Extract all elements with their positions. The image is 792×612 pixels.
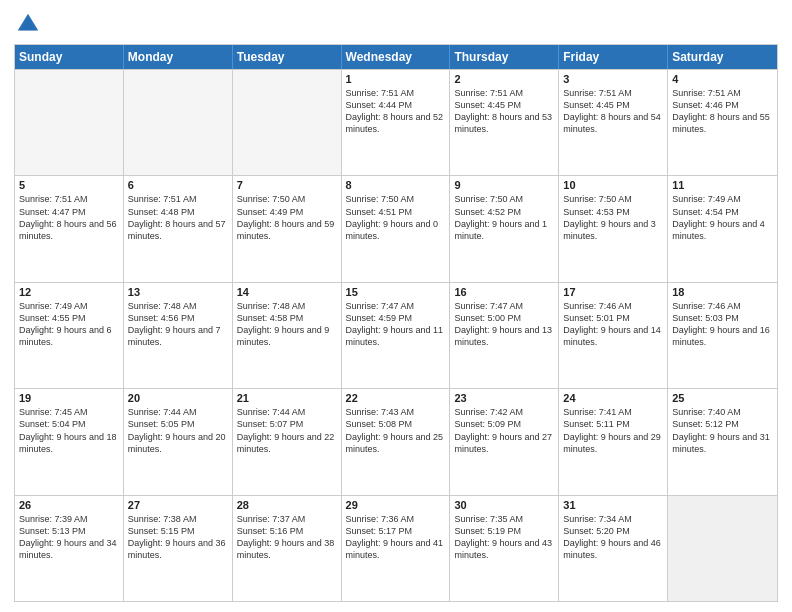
cell-content: Sunrise: 7:43 AMSunset: 5:08 PMDaylight:…: [346, 406, 446, 455]
calendar-cell-2-1: 13Sunrise: 7:48 AMSunset: 4:56 PMDayligh…: [124, 283, 233, 388]
calendar-cell-3-6: 25Sunrise: 7:40 AMSunset: 5:12 PMDayligh…: [668, 389, 777, 494]
cell-content: Sunrise: 7:51 AMSunset: 4:45 PMDaylight:…: [454, 87, 554, 136]
calendar-header: SundayMondayTuesdayWednesdayThursdayFrid…: [15, 45, 777, 69]
calendar-cell-4-3: 29Sunrise: 7:36 AMSunset: 5:17 PMDayligh…: [342, 496, 451, 601]
cell-content: Sunrise: 7:51 AMSunset: 4:47 PMDaylight:…: [19, 193, 119, 242]
day-number: 25: [672, 392, 773, 404]
day-number: 5: [19, 179, 119, 191]
calendar-cell-2-0: 12Sunrise: 7:49 AMSunset: 4:55 PMDayligh…: [15, 283, 124, 388]
calendar-cell-0-2: [233, 70, 342, 175]
header-day-friday: Friday: [559, 45, 668, 69]
cell-content: Sunrise: 7:49 AMSunset: 4:54 PMDaylight:…: [672, 193, 773, 242]
calendar-cell-2-2: 14Sunrise: 7:48 AMSunset: 4:58 PMDayligh…: [233, 283, 342, 388]
cell-content: Sunrise: 7:51 AMSunset: 4:45 PMDaylight:…: [563, 87, 663, 136]
day-number: 19: [19, 392, 119, 404]
calendar-cell-1-0: 5Sunrise: 7:51 AMSunset: 4:47 PMDaylight…: [15, 176, 124, 281]
cell-content: Sunrise: 7:34 AMSunset: 5:20 PMDaylight:…: [563, 513, 663, 562]
header: [14, 10, 778, 38]
day-number: 9: [454, 179, 554, 191]
day-number: 2: [454, 73, 554, 85]
calendar-cell-3-3: 22Sunrise: 7:43 AMSunset: 5:08 PMDayligh…: [342, 389, 451, 494]
cell-content: Sunrise: 7:51 AMSunset: 4:48 PMDaylight:…: [128, 193, 228, 242]
day-number: 29: [346, 499, 446, 511]
calendar-cell-3-5: 24Sunrise: 7:41 AMSunset: 5:11 PMDayligh…: [559, 389, 668, 494]
cell-content: Sunrise: 7:49 AMSunset: 4:55 PMDaylight:…: [19, 300, 119, 349]
day-number: 11: [672, 179, 773, 191]
day-number: 18: [672, 286, 773, 298]
calendar-row-4: 26Sunrise: 7:39 AMSunset: 5:13 PMDayligh…: [15, 495, 777, 601]
day-number: 1: [346, 73, 446, 85]
page: SundayMondayTuesdayWednesdayThursdayFrid…: [0, 0, 792, 612]
calendar-cell-4-4: 30Sunrise: 7:35 AMSunset: 5:19 PMDayligh…: [450, 496, 559, 601]
calendar-cell-1-6: 11Sunrise: 7:49 AMSunset: 4:54 PMDayligh…: [668, 176, 777, 281]
calendar-cell-3-1: 20Sunrise: 7:44 AMSunset: 5:05 PMDayligh…: [124, 389, 233, 494]
cell-content: Sunrise: 7:35 AMSunset: 5:19 PMDaylight:…: [454, 513, 554, 562]
calendar-row-0: 1Sunrise: 7:51 AMSunset: 4:44 PMDaylight…: [15, 69, 777, 175]
calendar-cell-0-4: 2Sunrise: 7:51 AMSunset: 4:45 PMDaylight…: [450, 70, 559, 175]
cell-content: Sunrise: 7:50 AMSunset: 4:51 PMDaylight:…: [346, 193, 446, 242]
header-day-monday: Monday: [124, 45, 233, 69]
day-number: 15: [346, 286, 446, 298]
calendar-cell-0-0: [15, 70, 124, 175]
calendar-cell-2-3: 15Sunrise: 7:47 AMSunset: 4:59 PMDayligh…: [342, 283, 451, 388]
day-number: 23: [454, 392, 554, 404]
cell-content: Sunrise: 7:44 AMSunset: 5:07 PMDaylight:…: [237, 406, 337, 455]
calendar-cell-1-1: 6Sunrise: 7:51 AMSunset: 4:48 PMDaylight…: [124, 176, 233, 281]
cell-content: Sunrise: 7:48 AMSunset: 4:58 PMDaylight:…: [237, 300, 337, 349]
day-number: 21: [237, 392, 337, 404]
cell-content: Sunrise: 7:39 AMSunset: 5:13 PMDaylight:…: [19, 513, 119, 562]
logo: [14, 10, 46, 38]
day-number: 12: [19, 286, 119, 298]
cell-content: Sunrise: 7:46 AMSunset: 5:03 PMDaylight:…: [672, 300, 773, 349]
day-number: 31: [563, 499, 663, 511]
header-day-thursday: Thursday: [450, 45, 559, 69]
calendar: SundayMondayTuesdayWednesdayThursdayFrid…: [14, 44, 778, 602]
calendar-row-3: 19Sunrise: 7:45 AMSunset: 5:04 PMDayligh…: [15, 388, 777, 494]
calendar-cell-4-5: 31Sunrise: 7:34 AMSunset: 5:20 PMDayligh…: [559, 496, 668, 601]
calendar-cell-1-2: 7Sunrise: 7:50 AMSunset: 4:49 PMDaylight…: [233, 176, 342, 281]
cell-content: Sunrise: 7:37 AMSunset: 5:16 PMDaylight:…: [237, 513, 337, 562]
calendar-cell-3-4: 23Sunrise: 7:42 AMSunset: 5:09 PMDayligh…: [450, 389, 559, 494]
cell-content: Sunrise: 7:50 AMSunset: 4:53 PMDaylight:…: [563, 193, 663, 242]
calendar-cell-0-3: 1Sunrise: 7:51 AMSunset: 4:44 PMDaylight…: [342, 70, 451, 175]
calendar-cell-3-0: 19Sunrise: 7:45 AMSunset: 5:04 PMDayligh…: [15, 389, 124, 494]
cell-content: Sunrise: 7:47 AMSunset: 5:00 PMDaylight:…: [454, 300, 554, 349]
calendar-cell-4-1: 27Sunrise: 7:38 AMSunset: 5:15 PMDayligh…: [124, 496, 233, 601]
day-number: 14: [237, 286, 337, 298]
calendar-cell-1-3: 8Sunrise: 7:50 AMSunset: 4:51 PMDaylight…: [342, 176, 451, 281]
header-day-saturday: Saturday: [668, 45, 777, 69]
day-number: 20: [128, 392, 228, 404]
cell-content: Sunrise: 7:50 AMSunset: 4:49 PMDaylight:…: [237, 193, 337, 242]
calendar-cell-2-4: 16Sunrise: 7:47 AMSunset: 5:00 PMDayligh…: [450, 283, 559, 388]
calendar-cell-1-5: 10Sunrise: 7:50 AMSunset: 4:53 PMDayligh…: [559, 176, 668, 281]
day-number: 27: [128, 499, 228, 511]
calendar-cell-1-4: 9Sunrise: 7:50 AMSunset: 4:52 PMDaylight…: [450, 176, 559, 281]
calendar-cell-4-6: [668, 496, 777, 601]
day-number: 22: [346, 392, 446, 404]
calendar-body: 1Sunrise: 7:51 AMSunset: 4:44 PMDaylight…: [15, 69, 777, 601]
cell-content: Sunrise: 7:36 AMSunset: 5:17 PMDaylight:…: [346, 513, 446, 562]
day-number: 26: [19, 499, 119, 511]
cell-content: Sunrise: 7:51 AMSunset: 4:44 PMDaylight:…: [346, 87, 446, 136]
day-number: 8: [346, 179, 446, 191]
day-number: 10: [563, 179, 663, 191]
calendar-cell-2-6: 18Sunrise: 7:46 AMSunset: 5:03 PMDayligh…: [668, 283, 777, 388]
day-number: 6: [128, 179, 228, 191]
cell-content: Sunrise: 7:44 AMSunset: 5:05 PMDaylight:…: [128, 406, 228, 455]
day-number: 16: [454, 286, 554, 298]
day-number: 24: [563, 392, 663, 404]
day-number: 30: [454, 499, 554, 511]
day-number: 3: [563, 73, 663, 85]
cell-content: Sunrise: 7:50 AMSunset: 4:52 PMDaylight:…: [454, 193, 554, 242]
calendar-row-2: 12Sunrise: 7:49 AMSunset: 4:55 PMDayligh…: [15, 282, 777, 388]
calendar-cell-0-6: 4Sunrise: 7:51 AMSunset: 4:46 PMDaylight…: [668, 70, 777, 175]
day-number: 4: [672, 73, 773, 85]
cell-content: Sunrise: 7:47 AMSunset: 4:59 PMDaylight:…: [346, 300, 446, 349]
cell-content: Sunrise: 7:48 AMSunset: 4:56 PMDaylight:…: [128, 300, 228, 349]
header-day-tuesday: Tuesday: [233, 45, 342, 69]
cell-content: Sunrise: 7:51 AMSunset: 4:46 PMDaylight:…: [672, 87, 773, 136]
header-day-wednesday: Wednesday: [342, 45, 451, 69]
cell-content: Sunrise: 7:46 AMSunset: 5:01 PMDaylight:…: [563, 300, 663, 349]
calendar-cell-4-2: 28Sunrise: 7:37 AMSunset: 5:16 PMDayligh…: [233, 496, 342, 601]
calendar-cell-0-5: 3Sunrise: 7:51 AMSunset: 4:45 PMDaylight…: [559, 70, 668, 175]
